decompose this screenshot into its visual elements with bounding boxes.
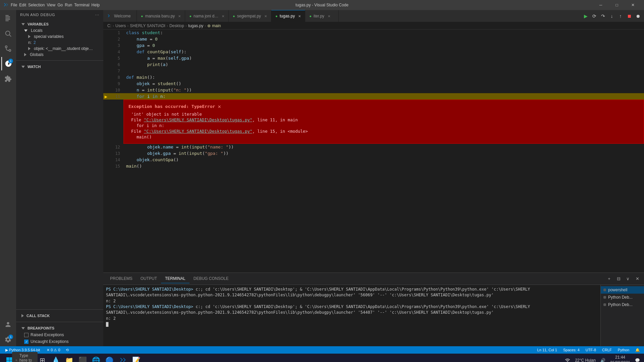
- right-panel-powershell[interactable]: powershell: [601, 286, 644, 294]
- breadcrumb-desktop[interactable]: Desktop: [169, 23, 184, 28]
- tab-iter[interactable]: ● iter.py ✕: [305, 10, 339, 22]
- uncaught-exceptions-item[interactable]: ✓ Uncaught Exceptions: [16, 338, 103, 345]
- debug-stepinto-btn[interactable]: ↓: [608, 12, 616, 20]
- taskbar-file-explorer[interactable]: 📁: [63, 354, 75, 362]
- tray-datetime[interactable]: 21:44 26/09/2021: [609, 354, 632, 362]
- panel-chevron-down-button[interactable]: ∨: [624, 275, 632, 283]
- menu-selection[interactable]: Selection: [28, 3, 45, 7]
- callstack-header[interactable]: CALL STACK: [16, 312, 103, 319]
- panel-tab-debug[interactable]: DEBUG CONSOLE: [190, 274, 233, 283]
- special-variables-item[interactable]: special variables: [16, 34, 103, 40]
- taskbar-vscode-app[interactable]: [117, 354, 129, 362]
- right-panel-python2[interactable]: Python Deb...: [601, 301, 644, 308]
- breadcrumb-users[interactable]: Users: [115, 23, 126, 28]
- language-text: Python: [618, 348, 629, 352]
- debug-stop-btn[interactable]: ⏹: [625, 12, 633, 20]
- menu-edit[interactable]: Edit: [19, 3, 26, 7]
- source-control-activity-icon[interactable]: [1, 42, 15, 55]
- panel-tab-terminal[interactable]: TERMINAL: [161, 274, 190, 283]
- debug-continue-btn[interactable]: ▶: [582, 12, 590, 20]
- tray-network[interactable]: [564, 357, 572, 362]
- status-language[interactable]: Python: [616, 348, 631, 352]
- raised-exceptions-item[interactable]: Raised Exceptions: [16, 331, 103, 338]
- breadcrumb-file[interactable]: tugas.py: [188, 23, 203, 28]
- uncaught-exceptions-checkbox[interactable]: ✓: [24, 340, 29, 344]
- close-button[interactable]: ✕: [625, 0, 641, 10]
- tab-manusia[interactable]: ● manusia baru.py ✕: [137, 10, 185, 22]
- linenum-13: 13: [110, 151, 123, 156]
- search-activity-icon[interactable]: [1, 27, 15, 40]
- breadcrumb-sherly[interactable]: SHERLY SANTIADI: [130, 23, 165, 28]
- menu-go[interactable]: Go: [57, 3, 63, 7]
- menu-terminal[interactable]: Terminal: [74, 3, 89, 7]
- locals-item[interactable]: Locals: [16, 27, 103, 34]
- breadcrumb-c[interactable]: C:: [107, 23, 111, 28]
- taskbar-chrome[interactable]: 🔵: [103, 354, 115, 362]
- explorer-activity-icon[interactable]: [1, 12, 15, 25]
- taskbar-terminal-app[interactable]: ⬛: [76, 354, 89, 362]
- taskbar-taskview[interactable]: ⊞: [36, 354, 48, 362]
- debug-record-btn[interactable]: ⏺: [634, 12, 642, 20]
- sidebar-more-button[interactable]: ···: [95, 13, 99, 17]
- tray-date: 26/09/2021: [610, 360, 630, 362]
- panel-tab-problems[interactable]: PROBLEMS: [106, 274, 137, 283]
- menu-file[interactable]: File: [11, 3, 17, 7]
- tab-welcome[interactable]: Welcome: [103, 10, 137, 22]
- tab-segiempat-close[interactable]: ✕: [264, 14, 267, 18]
- status-errors[interactable]: ✕ 0 ⚠ 0: [45, 348, 61, 352]
- breadcrumb-symbol[interactable]: ⊛: [207, 23, 211, 28]
- tab-tugas-close[interactable]: ✕: [298, 14, 301, 18]
- tab-manusia-close[interactable]: ✕: [178, 14, 181, 18]
- raised-exceptions-checkbox[interactable]: [24, 333, 29, 337]
- variables-header[interactable]: VARIABLES: [16, 21, 103, 27]
- objek-variable-item[interactable]: objek: <__main__.student obje…: [16, 46, 103, 52]
- taskbar-search-box[interactable]: Type here to search: [12, 352, 38, 362]
- status-line-ending[interactable]: CRLF: [601, 348, 613, 352]
- maximize-button[interactable]: □: [609, 0, 625, 10]
- taskbar-edge[interactable]: 🌐: [90, 354, 102, 362]
- extensions-activity-icon[interactable]: [1, 72, 15, 85]
- tray-weather[interactable]: 22°C Hujan: [574, 357, 597, 362]
- tray-volume[interactable]: 🔊: [599, 357, 607, 362]
- menu-run[interactable]: Run: [65, 3, 72, 7]
- exception-link-2[interactable]: "C:\Users\SHERLY SANTIADI\Desktop\tugas.…: [144, 129, 253, 134]
- status-position[interactable]: Ln 11, Col 1: [536, 348, 558, 352]
- code-content[interactable]: 1 class student: 2 name = 0 3 gpa = 0: [103, 29, 644, 273]
- right-panel-python1[interactable]: Python Deb...: [601, 294, 644, 301]
- panel-tab-output[interactable]: OUTPUT: [137, 274, 161, 283]
- tab-segiempat[interactable]: ● segiempat.py ✕: [229, 10, 271, 22]
- taskbar-apps: ⊞ 💧 📁 ⬛ 🌐 🔵 📝: [36, 354, 142, 362]
- breakpoints-header[interactable]: BREAKPOINTS: [16, 325, 103, 331]
- settings-icon[interactable]: 1: [1, 333, 15, 346]
- tab-namajoni[interactable]: ● nama joni d… ✕: [185, 10, 229, 22]
- debug-restart-btn[interactable]: ⟳: [590, 12, 598, 20]
- tab-iter-close[interactable]: ✕: [328, 14, 330, 18]
- minimize-button[interactable]: ─: [593, 0, 608, 10]
- menu-help[interactable]: Help: [92, 3, 100, 7]
- tab-namajoni-close[interactable]: ✕: [222, 14, 224, 18]
- exception-close-button[interactable]: ✕: [218, 103, 221, 110]
- debug-stepout-btn[interactable]: ↑: [616, 12, 625, 20]
- status-notifications[interactable]: 🔔: [634, 348, 641, 352]
- globals-item[interactable]: Globals: [16, 52, 103, 58]
- taskbar-search[interactable]: Type here to search: [19, 354, 31, 362]
- status-sync[interactable]: ⟲: [64, 348, 70, 352]
- panel-close-button[interactable]: ✕: [633, 275, 641, 283]
- panel-add-button[interactable]: +: [605, 275, 613, 283]
- n-variable-item[interactable]: n: 2: [16, 40, 103, 46]
- taskbar-dropbox[interactable]: 💧: [50, 354, 62, 362]
- tab-tugas[interactable]: ● tugas.py ✕: [271, 10, 305, 22]
- exception-link-1[interactable]: "C:\Users\SHERLY SANTIADI\Desktop\tugas.…: [144, 117, 253, 122]
- debug-stepover-btn[interactable]: ↷: [599, 12, 607, 20]
- breadcrumb-main[interactable]: main: [212, 23, 221, 28]
- status-spaces[interactable]: Spaces: 4: [562, 348, 581, 352]
- panel-content[interactable]: PS C:\Users\SHERLY SANTIADI\Desktop> c:;…: [103, 285, 600, 346]
- watch-header[interactable]: WATCH: [16, 63, 103, 70]
- menu-view[interactable]: View: [47, 3, 55, 7]
- account-icon[interactable]: [1, 318, 15, 331]
- tray-notification[interactable]: 💬: [634, 357, 641, 362]
- panel-split-button[interactable]: ⊟: [614, 275, 623, 283]
- run-debug-activity-icon[interactable]: 1: [1, 57, 15, 70]
- taskbar-notes[interactable]: 📝: [130, 354, 142, 362]
- status-encoding[interactable]: UTF-8: [584, 348, 597, 352]
